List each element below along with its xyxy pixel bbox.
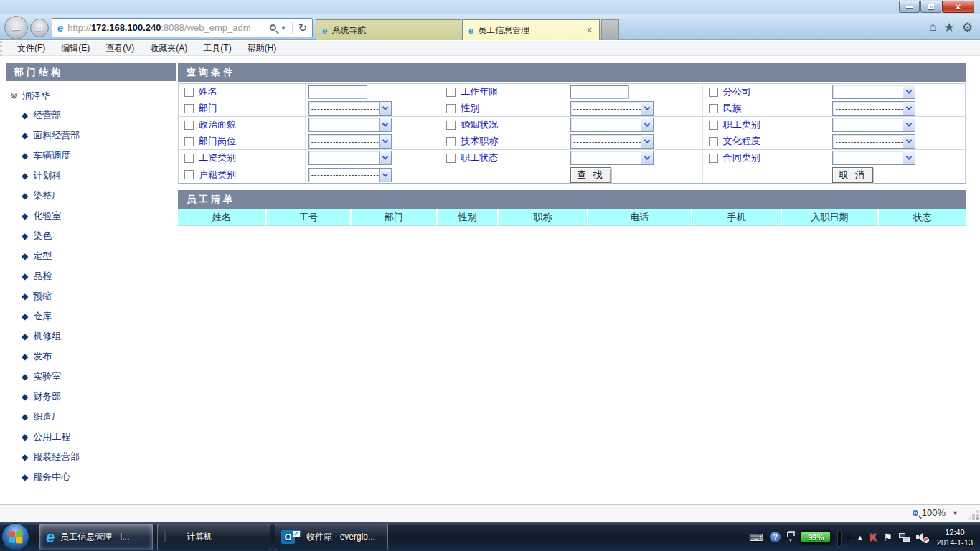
dropdown-select[interactable]: ------------------------ (570, 118, 654, 132)
power-plug-icon[interactable] (838, 532, 850, 542)
sidebar-item-department[interactable]: ◆定型 (6, 246, 176, 266)
dropdown-select[interactable]: ------------------------ (832, 134, 915, 149)
dropdown-arrow-button[interactable] (641, 102, 653, 115)
restore-button[interactable] (920, 1, 941, 13)
checkbox[interactable] (446, 121, 456, 130)
sidebar-item-department[interactable]: ◆面料经营部 (6, 126, 176, 146)
dropdown-arrow-button[interactable] (903, 151, 915, 164)
taskbar-button-ie[interactable]: e员工信息管理 - I... (39, 524, 153, 550)
dropdown-select[interactable]: ------------------------ (832, 85, 915, 99)
dropdown-arrow-button[interactable] (903, 102, 915, 115)
dropdown-select[interactable]: ------------------------ (832, 151, 915, 165)
taskbar-button-computer[interactable]: 计算机 (157, 524, 270, 550)
kaspersky-icon[interactable]: K (870, 532, 877, 543)
checkbox[interactable] (709, 104, 718, 113)
checkbox[interactable] (709, 137, 718, 146)
tree-root-company[interactable]: ※润泽华 (6, 87, 176, 105)
cancel-button[interactable]: 取 消 (832, 167, 873, 183)
new-tab-button[interactable] (601, 19, 619, 40)
help-icon[interactable]: ? (770, 532, 781, 542)
sidebar-item-department[interactable]: ◆预缩 (6, 286, 176, 306)
tab-close-icon[interactable]: × (585, 25, 593, 35)
sidebar-item-department[interactable]: ◆染整厂 (6, 186, 176, 206)
dropdown-arrow-button[interactable] (903, 85, 915, 98)
checkbox[interactable] (184, 104, 194, 113)
url-text[interactable]: http://172.168.100.240:8088/web_emp_adm (67, 22, 268, 33)
checkbox[interactable] (184, 137, 194, 146)
sidebar-item-department[interactable]: ◆公用工程 (6, 427, 176, 447)
dropdown-select[interactable]: ------------------------ (308, 134, 392, 149)
taskbar-clock[interactable]: 12:40 2014-1-13 (937, 527, 973, 547)
dropdown-select[interactable]: ------------------------ (308, 168, 392, 182)
favorites-star-icon[interactable]: ★ (944, 20, 955, 35)
dropdown-select[interactable]: ------------------------ (308, 151, 392, 165)
checkbox[interactable] (184, 88, 194, 97)
text-input[interactable] (308, 85, 367, 99)
dropdown-arrow-button[interactable] (379, 118, 391, 131)
back-button[interactable]: ← (4, 16, 28, 39)
sidebar-item-department[interactable]: ◆经营部 (6, 105, 176, 126)
minimize-button[interactable] (899, 1, 920, 13)
tab-2[interactable]: e员工信息管理× (462, 19, 600, 40)
close-button[interactable]: × (942, 1, 974, 13)
search-icon[interactable] (270, 24, 276, 31)
checkbox[interactable] (709, 88, 718, 97)
dropdown-arrow-button[interactable] (379, 135, 391, 148)
hidden-icons-arrow[interactable]: ▲ (857, 534, 863, 541)
checkbox[interactable] (446, 137, 456, 146)
dropdown-select[interactable]: ------------------------ (832, 118, 915, 132)
dropdown-arrow-button[interactable] (641, 118, 653, 131)
home-icon[interactable]: ⌂ (929, 20, 936, 35)
sidebar-item-department[interactable]: ◆财务部 (6, 387, 176, 407)
start-button[interactable] (1, 523, 29, 551)
chevron-down-icon[interactable]: ▼ (281, 24, 287, 32)
sidebar-item-department[interactable]: ◆染色 (6, 226, 176, 246)
dropdown-arrow-button[interactable] (903, 118, 915, 131)
restore-window-icon[interactable]: ▼ (787, 532, 793, 542)
gear-icon[interactable]: ⚙ (962, 20, 973, 35)
sidebar-item-department[interactable]: ◆计划科 (6, 166, 176, 186)
dropdown-arrow-button[interactable] (641, 151, 653, 164)
dropdown-arrow-button[interactable] (379, 151, 391, 164)
tab-1[interactable]: e系统导航 (316, 19, 461, 40)
zoom-control[interactable]: 100% ▼ (913, 507, 961, 518)
battery-indicator[interactable]: 99% (800, 531, 831, 544)
dropdown-select[interactable]: ------------------------ (570, 134, 654, 149)
sidebar-item-department[interactable]: ◆实验室 (6, 367, 176, 387)
menu-item[interactable]: 工具(T) (195, 42, 239, 55)
checkbox[interactable] (709, 154, 718, 163)
forward-button[interactable]: → (30, 19, 49, 37)
checkbox[interactable] (184, 154, 194, 163)
sidebar-item-department[interactable]: ◆化验室 (6, 206, 176, 226)
sidebar-item-department[interactable]: ◆发布 (6, 347, 176, 367)
dropdown-arrow-button[interactable] (379, 169, 391, 182)
dropdown-select[interactable]: ------------------------ (308, 118, 392, 132)
menu-item[interactable]: 收藏夹(A) (142, 42, 195, 55)
text-input[interactable] (570, 85, 629, 99)
network-icon[interactable] (899, 533, 910, 542)
sidebar-item-department[interactable]: ◆服务中心 (6, 467, 176, 487)
dropdown-select[interactable]: ------------------------ (832, 101, 915, 116)
speaker-muted-icon[interactable] (916, 532, 928, 542)
menu-item[interactable]: 编辑(E) (53, 42, 98, 55)
checkbox[interactable] (709, 121, 718, 130)
address-bar[interactable]: e http://172.168.100.240:8088/web_emp_ad… (52, 18, 313, 37)
menu-item[interactable]: 文件(F) (9, 42, 53, 55)
dropdown-arrow-button[interactable] (641, 135, 653, 148)
dropdown-select[interactable]: ------------------------ (570, 101, 654, 116)
checkbox[interactable] (184, 121, 194, 130)
sidebar-item-department[interactable]: ◆品检 (6, 266, 176, 286)
search-button[interactable]: 查 找 (570, 167, 611, 183)
taskbar-button-outlook[interactable]: O✓收件箱 - everglo... (275, 524, 388, 550)
action-center-flag-icon[interactable]: ⚑ (883, 532, 892, 543)
checkbox[interactable] (184, 170, 194, 179)
dropdown-select[interactable]: ------------------------ (570, 151, 654, 165)
sidebar-item-department[interactable]: ◆织造厂 (6, 407, 176, 427)
sidebar-item-department[interactable]: ◆服装经营部 (6, 447, 176, 467)
dropdown-arrow-button[interactable] (379, 102, 391, 115)
sidebar-item-department[interactable]: ◆仓库 (6, 306, 176, 326)
menu-item[interactable]: 帮助(H) (240, 42, 285, 55)
checkbox[interactable] (446, 104, 456, 113)
keyboard-icon[interactable]: ⌨ (749, 532, 763, 543)
menu-item[interactable]: 查看(V) (98, 42, 142, 55)
